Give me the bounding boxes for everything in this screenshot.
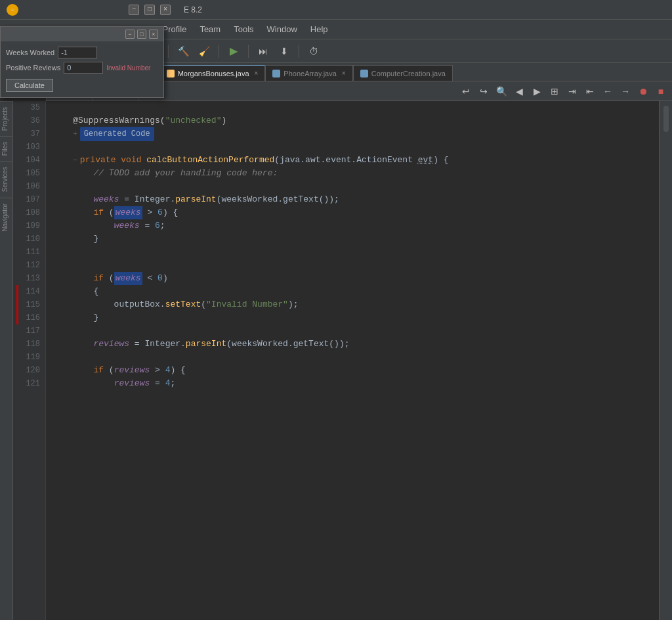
title-bar-controls: ☕ − □ ×: [7, 4, 171, 16]
code-line-121: reviews = 4;: [52, 377, 652, 390]
code-107: [52, 193, 93, 206]
toggle-button[interactable]: ⊞: [547, 83, 562, 99]
code-113: [52, 272, 93, 285]
fn-settext: setText: [165, 298, 201, 311]
line-num-35: 35: [16, 101, 40, 114]
timer-button[interactable]: ⏱: [304, 42, 323, 60]
line-num-37: 37: [16, 127, 40, 141]
hammer-button[interactable]: 🔨: [174, 42, 192, 60]
dialog-title-bar: − □ ×: [1, 27, 163, 41]
code-line-111: [52, 246, 652, 259]
tab-icon-phonearray: [272, 70, 280, 78]
tab-close-phonearray[interactable]: ×: [342, 70, 346, 77]
kw-if-108: if: [93, 206, 108, 219]
line-num-118: 118: [16, 338, 40, 351]
nav-back-button[interactable]: ←: [600, 83, 616, 99]
files-panel-label[interactable]: Files: [0, 136, 12, 161]
redo-button[interactable]: ↪: [476, 83, 492, 99]
undo-button[interactable]: ↩: [458, 83, 474, 99]
positive-reviews-row: Positive Reviews Invalid Number: [6, 62, 158, 74]
code-line-113: if ( weeks < 0): [52, 272, 652, 285]
var-weeks-113: weeks: [114, 272, 142, 285]
code-content: @SuppressWarnings("unchecked") + Generat…: [46, 101, 659, 620]
record-button[interactable]: ⏺: [635, 83, 651, 99]
code-109b: = 6;: [140, 219, 165, 232]
positive-reviews-input[interactable]: [64, 62, 103, 74]
navigator-panel-label[interactable]: Navigator: [0, 198, 12, 237]
line-num-117: 117: [16, 324, 40, 338]
prev-button[interactable]: ◀: [511, 83, 527, 99]
line-num-119: 119: [16, 351, 40, 364]
invalid-number-text: Invalid Number: [106, 64, 150, 72]
dialog-maximize[interactable]: □: [137, 30, 146, 39]
services-panel-label[interactable]: Services: [0, 161, 12, 197]
dialog-title-controls: − □ ×: [125, 30, 158, 39]
maximize-button[interactable]: □: [144, 5, 155, 15]
code-109: [52, 219, 114, 232]
positive-reviews-label: Positive Reviews: [6, 64, 60, 72]
search-button[interactable]: 🔍: [494, 83, 509, 99]
code-editor[interactable]: 35 36 37 103 104 105 106 107 108 109 110…: [13, 101, 659, 620]
indent-button[interactable]: ⇥: [564, 83, 580, 99]
line-num-116: 116: [16, 311, 40, 324]
right-side: [659, 101, 672, 620]
comment-105: // TODO add your handling code here:: [52, 167, 278, 180]
close-button[interactable]: ×: [160, 5, 171, 15]
step-over-button[interactable]: ⏭: [254, 42, 272, 60]
step-into-button[interactable]: ⬇: [275, 42, 293, 60]
left-panels: Projects Files Services Navigator: [0, 101, 13, 620]
tab-icon-computercreation: [360, 70, 368, 78]
code-114: {: [52, 285, 98, 298]
code-104-params: (java.awt.event.ActionEvent evt) {: [274, 154, 448, 167]
code-118c: (weeksWorked.getText());: [226, 338, 349, 351]
outdent-button[interactable]: ⇤: [582, 83, 598, 99]
code-118: [52, 338, 93, 351]
menu-team[interactable]: Team: [193, 22, 227, 37]
indent-37: [52, 127, 73, 141]
editor-toolbar: ↩ ↪ 🔍 ◀ ▶ ⊞ ⇥ ⇤ ← → ⏺ ■: [458, 83, 672, 99]
code-line-108: if ( weeks > 6) {: [52, 206, 652, 219]
tab-computercreation[interactable]: ComputerCreation.java: [353, 65, 453, 81]
tab-close-morgans[interactable]: ×: [255, 70, 259, 77]
clean-button[interactable]: 🧹: [195, 42, 213, 60]
calculate-button[interactable]: Calculate: [6, 79, 53, 92]
line-num-114: 114: [16, 285, 40, 298]
var-weeks-109: weeks: [114, 219, 140, 232]
run-button[interactable]: ▶: [224, 42, 243, 60]
nav-fwd-button[interactable]: →: [618, 83, 633, 99]
tab-phonearray[interactable]: PhoneArray.java ×: [265, 65, 352, 81]
weeks-worked-row: Weeks Worked: [6, 47, 158, 58]
fold-btn-104[interactable]: −: [73, 154, 77, 167]
tab-label-computercreation: ComputerCreation.java: [371, 70, 446, 78]
title-text: E 8.2: [184, 5, 202, 14]
line-num-106: 106: [16, 180, 40, 193]
tab-label-morgans: MorgansBonuses.java: [178, 70, 249, 78]
next-btn[interactable]: ▶: [529, 83, 545, 99]
weeks-worked-input[interactable]: [58, 47, 97, 58]
code-line-105: // TODO add your handling code here:: [52, 167, 652, 180]
code-121b: = 4;: [150, 377, 175, 390]
str-invalid: "Invalid Number": [206, 298, 288, 311]
projects-panel-label[interactable]: Projects: [0, 101, 12, 136]
kw-private: private: [80, 154, 121, 167]
code-line-114: {: [52, 285, 652, 298]
menu-window[interactable]: Window: [261, 22, 304, 37]
minimize-button[interactable]: −: [129, 5, 139, 15]
main-layout: Projects Files Services Navigator 35 36 …: [0, 101, 672, 620]
annotation-suppress: @SuppressWarnings("unchecked"): [52, 114, 226, 127]
fold-btn-37[interactable]: +: [73, 127, 77, 141]
code-line-104: − private void calcButtonActionPerformed…: [52, 154, 652, 167]
stop-button[interactable]: ■: [653, 83, 669, 99]
scroll-indicator[interactable]: [663, 106, 669, 132]
dialog-close[interactable]: ×: [149, 30, 158, 39]
code-line-106: [52, 180, 652, 193]
kw-if-113: if: [93, 272, 108, 285]
code-line-109: weeks = 6;: [52, 219, 652, 232]
line-num-103: 103: [16, 141, 40, 154]
dialog-minimize[interactable]: −: [125, 30, 135, 39]
menu-tools[interactable]: Tools: [227, 22, 260, 37]
dialog: − □ × Weeks Worked Positive Reviews Inva…: [0, 26, 164, 98]
code-line-35: [52, 101, 652, 114]
tab-morgans[interactable]: MorgansBonuses.java ×: [159, 65, 266, 81]
menu-help[interactable]: Help: [304, 22, 335, 37]
